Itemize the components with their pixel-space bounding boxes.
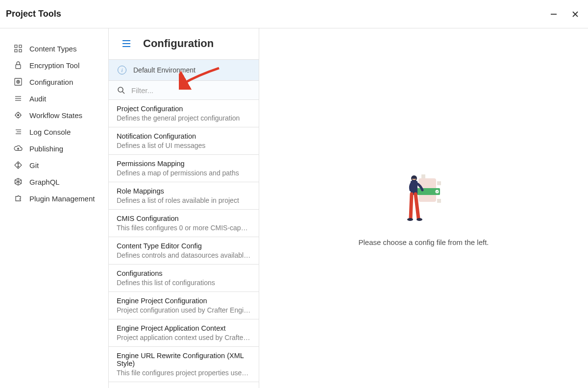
sidebar-item-label: Git xyxy=(29,161,39,170)
sidebar-item-encryption-tool[interactable]: Encryption Tool xyxy=(0,57,108,73)
sidebar-item-label: Audit xyxy=(29,95,46,103)
config-item-engine-project-configuration[interactable]: Engine Project Configuration Project con… xyxy=(109,292,259,319)
config-item-desc: Project configuration used by Crafter En… xyxy=(117,306,251,314)
close-button[interactable] xyxy=(571,10,580,19)
svg-rect-3 xyxy=(15,45,17,48)
sidebar-item-label: Content Types xyxy=(29,45,76,53)
config-title: Configuration xyxy=(143,37,214,50)
config-item-title: Permissions Mapping xyxy=(117,160,251,168)
config-item-engine-project-application-context[interactable]: Engine Project Application Context Proje… xyxy=(109,319,259,347)
config-item-notification-configuration[interactable]: Notification Configuration Defines a lis… xyxy=(109,127,259,155)
content-area: Please choose a config file from the lef… xyxy=(259,28,588,388)
svg-point-33 xyxy=(118,87,123,92)
config-item-desc: Defines this list of configurations xyxy=(117,279,251,287)
sidebar-item-content-types[interactable]: Content Types xyxy=(0,40,108,57)
config-item-configurations[interactable]: Configurations Defines this list of conf… xyxy=(109,265,259,292)
config-item-desc: Defines a list of roles available in pro… xyxy=(117,196,251,204)
svg-point-15 xyxy=(18,115,19,116)
sidebar-item-label: Log Console xyxy=(29,128,71,136)
config-item-engine-url-rewrite[interactable]: Engine URL Rewrite Configuration (XML St… xyxy=(109,347,259,382)
config-item-desc: Defines the general project configuratio… xyxy=(117,114,251,122)
hexagon-icon xyxy=(14,177,23,186)
sidebar-item-workflow-states[interactable]: Workflow States xyxy=(0,107,108,123)
config-item-title: Engine Project Application Context xyxy=(117,324,251,332)
svg-rect-7 xyxy=(16,65,21,69)
sidebar-item-label: Encryption Tool xyxy=(29,61,79,70)
sidebar-item-publishing[interactable]: Publishing xyxy=(0,140,108,157)
config-item-role-mappings[interactable]: Role Mappings Defines a list of roles av… xyxy=(109,182,259,210)
config-item-title: Role Mappings xyxy=(117,187,251,195)
search-icon xyxy=(117,86,125,95)
cog-box-icon xyxy=(14,77,23,86)
config-item-title: Configurations xyxy=(117,269,251,277)
config-item-desc: This file configures project properties … xyxy=(117,369,251,377)
config-item-permissions-mapping[interactable]: Permissions Mapping Defines a map of per… xyxy=(109,155,259,182)
svg-rect-4 xyxy=(19,45,22,48)
svg-rect-37 xyxy=(437,199,441,203)
info-icon: i xyxy=(118,66,126,74)
diamond-icon xyxy=(14,161,23,170)
sidebar-item-configuration[interactable]: Configuration xyxy=(0,73,108,90)
config-item-desc: Defines a list of UI messages xyxy=(117,142,251,149)
svg-rect-35 xyxy=(421,174,425,178)
svg-point-40 xyxy=(435,190,439,193)
svg-rect-6 xyxy=(19,49,22,52)
minimize-button[interactable] xyxy=(549,10,558,19)
config-header: Configuration xyxy=(109,28,259,59)
window-header: Project Tools xyxy=(0,0,588,28)
sidebar-item-graphql[interactable]: GraphQL xyxy=(0,173,108,190)
config-item-desc: Defines a map of permissions and paths xyxy=(117,169,251,177)
sidebar-item-git[interactable]: Git xyxy=(0,157,108,173)
sidebar-item-label: Configuration xyxy=(29,78,73,86)
sidebar-item-label: Plugin Management xyxy=(29,194,95,203)
sidebar-item-log-console[interactable]: Log Console xyxy=(0,123,108,140)
menu-toggle-button[interactable] xyxy=(121,38,132,49)
window-title: Project Tools xyxy=(6,9,61,19)
filter-input[interactable] xyxy=(131,86,251,95)
config-list: Project Configuration Defines the genera… xyxy=(109,100,259,388)
sidebar: Content Types Encryption Tool Configurat… xyxy=(0,28,109,388)
config-item-project-configuration[interactable]: Project Configuration Defines the genera… xyxy=(109,100,259,127)
placeholder-message: Please choose a config file from the lef… xyxy=(359,238,489,246)
sidebar-item-label: Workflow States xyxy=(29,111,82,120)
window-controls xyxy=(549,10,580,19)
config-item-content-type-editor-config[interactable]: Content Type Editor Config Defines contr… xyxy=(109,237,259,265)
lines-icon xyxy=(14,94,23,103)
svg-line-34 xyxy=(122,92,124,94)
config-item-title: Engine Project Configuration xyxy=(117,297,251,305)
environment-banner: i Default Environment xyxy=(109,59,259,81)
svg-point-10 xyxy=(18,81,19,82)
grid-icon xyxy=(14,44,23,53)
lock-icon xyxy=(14,61,23,70)
cloud-up-icon xyxy=(14,144,23,153)
config-item-title: Content Type Editor Config xyxy=(117,242,251,250)
environment-label: Default Environment xyxy=(133,66,196,74)
config-panel: Configuration i Default Environment Proj… xyxy=(109,28,259,388)
config-item-desc: This files configures 0 or more CMIS-cap… xyxy=(117,224,251,232)
main-layout: Content Types Encryption Tool Configurat… xyxy=(0,28,588,388)
config-item-desc: Project application context used by Craf… xyxy=(117,334,251,341)
sidebar-item-label: GraphQL xyxy=(29,178,60,186)
svg-point-42 xyxy=(407,218,413,221)
sidebar-item-label: Publishing xyxy=(29,145,63,153)
svg-rect-36 xyxy=(437,181,441,185)
config-item-title: Notification Configuration xyxy=(117,132,251,140)
sidebar-item-plugin-management[interactable]: Plugin Management xyxy=(0,190,108,207)
svg-rect-5 xyxy=(15,49,17,52)
config-item-desc: Defines controls and datasources availab… xyxy=(117,251,251,259)
gears-icon xyxy=(14,111,23,120)
filter-row xyxy=(109,81,259,100)
puzzle-icon xyxy=(14,194,23,203)
svg-point-43 xyxy=(416,218,422,221)
placeholder-illustration-icon xyxy=(402,170,446,229)
config-item-title: Project Configuration xyxy=(117,105,251,113)
sidebar-item-audit[interactable]: Audit xyxy=(0,90,108,107)
config-item-title: CMIS Configuration xyxy=(117,215,251,222)
config-item-title: Engine URL Rewrite Configuration (XML St… xyxy=(117,352,251,367)
lines-right-icon xyxy=(14,127,23,136)
config-item-cmis-configuration[interactable]: CMIS Configuration This files configures… xyxy=(109,210,259,237)
